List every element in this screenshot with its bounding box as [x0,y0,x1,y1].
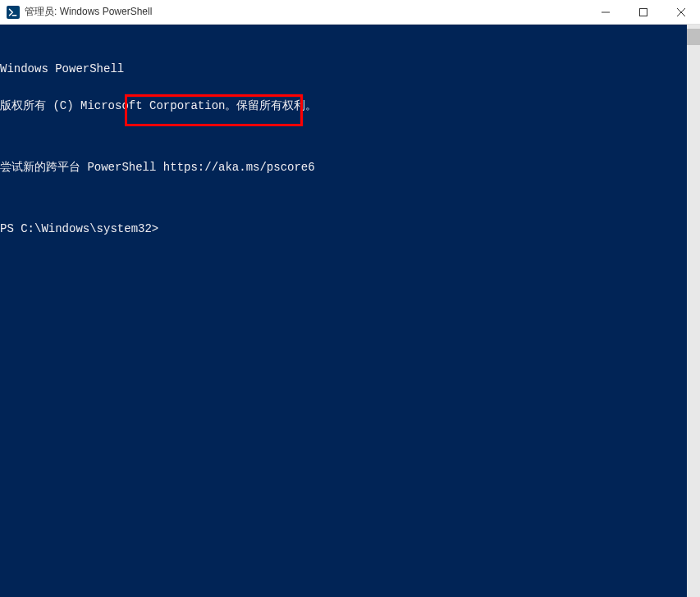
terminal-copyright-line: 版权所有 (C) Microsoft Corporation。保留所有权利。 [0,100,700,112]
window-title: 管理员: Windows PowerShell [25,5,587,19]
cursor [166,224,172,235]
titlebar[interactable]: 管理员: Windows PowerShell [0,0,700,25]
scrollbar-track[interactable] [687,25,700,597]
terminal-pscore-line: 尝试新的跨平台 PowerShell https://aka.ms/pscore… [0,162,700,174]
pscore-text: 尝试新的跨平台 PowerShell [0,161,163,174]
terminal-prompt-line: PS C:\Windows\system32> [0,223,700,235]
powershell-icon [7,6,20,19]
close-button[interactable] [662,0,700,24]
minimize-button[interactable] [587,0,625,24]
terminal-header-line: Windows PowerShell [0,63,700,75]
prompt-text: PS C:\Windows\system32> [0,222,166,235]
terminal-area[interactable]: Windows PowerShell 版权所有 (C) Microsoft Co… [0,25,700,597]
window-controls [587,0,700,24]
scrollbar-thumb[interactable] [687,29,700,45]
maximize-button[interactable] [625,0,662,24]
pscore-link[interactable]: https://aka.ms/pscore6 [163,161,315,174]
svg-rect-1 [640,8,647,16]
powershell-window: 管理员: Windows PowerShell Windows PowerShe… [0,0,700,597]
